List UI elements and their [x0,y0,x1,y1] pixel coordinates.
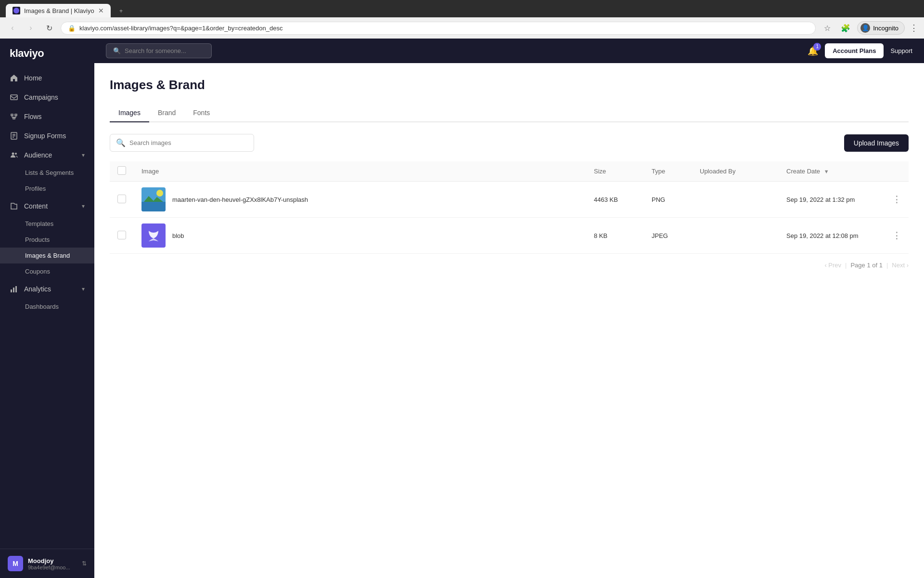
prev-page-btn[interactable]: ‹ Prev [824,262,841,269]
sidebar-logo: klaviyo [0,39,94,68]
row-size-cell: 4463 KB [586,182,644,218]
address-text: klaviyo.com/asset-library/images?q=&page… [79,25,282,32]
search-images-field[interactable] [129,139,248,146]
browser-nav: ‹ › ↻ 🔒 klaviyo.com/asset-library/images… [0,17,924,39]
image-thumb [141,223,166,248]
sidebar-item-analytics[interactable]: Analytics ▾ [0,279,94,299]
browser-tabs: Images & Brand | Klaviyo ✕ + [6,4,918,17]
row-checkbox-cell [110,182,134,218]
table-row: blob 8 KB JPEG Sep 19, 2022 at 12:08 pm … [110,218,909,254]
nav-forward-btn[interactable]: › [24,21,38,35]
table-body: maarten-van-den-heuvel-gZXx8lKAb7Y-unspl… [110,182,909,254]
user-avatar: M [8,556,23,571]
app: klaviyo Home Campaigns Flows [0,39,924,578]
sidebar-sub-item-label: Lists & Segments [25,169,74,176]
row-type-cell: PNG [644,182,692,218]
top-nav-actions: 🔔 1 Account Plans Support [808,43,912,58]
row-1-menu-btn[interactable]: ⋮ [892,195,901,204]
extensions-btn[interactable]: 🧩 [839,21,852,35]
user-name: Moodjoy [28,557,77,565]
tab-brand[interactable]: Brand [149,104,184,122]
col-header-date: Create Date ▼ [779,161,885,182]
col-header-checkbox [110,161,134,182]
sidebar-item-images-brand[interactable]: Images & Brand [0,248,94,263]
toolbar: 🔍 Upload Images [110,134,909,152]
tab-fonts[interactable]: Fonts [184,104,218,122]
content-icon [10,202,18,210]
sidebar-sub-item-label: Products [25,236,50,243]
user-info: Moodjoy 9ba4e9ef@moo... [28,557,77,570]
sidebar-item-products[interactable]: Products [0,232,94,248]
row-checkbox-cell [110,218,134,254]
sidebar-sub-item-label: Dashboards [25,303,59,310]
bookmark-btn[interactable]: ☆ [821,21,834,35]
row-2-menu-btn[interactable]: ⋮ [892,231,901,240]
tab-images[interactable]: Images [110,104,149,122]
global-search-placeholder: Search for someone... [125,47,186,54]
svg-point-15 [156,190,163,197]
signup-forms-icon [10,131,18,140]
sidebar-item-profiles[interactable]: Profiles [0,181,94,197]
upload-images-btn[interactable]: Upload Images [844,134,909,152]
sidebar-item-label: Flows [24,113,85,120]
sidebar-item-content[interactable]: Content ▾ [0,197,94,216]
sidebar-item-templates[interactable]: Templates [0,216,94,232]
table-row: maarten-van-den-heuvel-gZXx8lKAb7Y-unspl… [110,182,909,218]
account-plans-btn[interactable]: Account Plans [825,43,884,58]
table-header-row: Image Size Type Uploaded By Create Date [110,161,909,182]
nav-back-btn[interactable]: ‹ [6,21,19,35]
row-uploaded-cell [692,218,779,254]
notifications-btn[interactable]: 🔔 1 [808,46,818,56]
sidebar-item-audience[interactable]: Audience ▾ [0,145,94,165]
browser-menu-btn[interactable]: ⋮ [910,23,918,33]
sidebar-item-campaigns[interactable]: Campaigns [0,88,94,107]
sidebar-item-signup-forms[interactable]: Signup Forms [0,126,94,145]
svg-point-8 [15,153,17,155]
sidebar-footer[interactable]: M Moodjoy 9ba4e9ef@moo... ⇅ [0,549,94,578]
sidebar-item-dashboards[interactable]: Dashboards [0,299,94,315]
main-content: 🔍 Search for someone... 🔔 1 Account Plan… [94,39,924,578]
support-btn[interactable]: Support [890,47,912,54]
profile-label: Incognito [873,25,898,32]
top-nav: 🔍 Search for someone... 🔔 1 Account Plan… [94,39,924,63]
campaigns-icon [10,93,18,102]
svg-rect-9 [11,289,12,292]
audience-chevron: ▾ [82,152,85,158]
row-1-checkbox[interactable] [117,195,126,203]
address-bar[interactable]: 🔒 klaviyo.com/asset-library/images?q=&pa… [61,22,816,35]
row-image-cell: blob [134,218,586,254]
global-search[interactable]: 🔍 Search for someone... [106,43,212,58]
svg-point-7 [12,153,14,155]
next-page-btn[interactable]: Next › [892,262,909,269]
home-icon [10,74,18,82]
image-cell: blob [141,223,578,248]
sidebar-item-home[interactable]: Home [0,68,94,88]
row-date-cell: Sep 19, 2022 at 12:08 pm [779,218,885,254]
profile-btn[interactable]: 👤 Incognito [857,21,905,35]
tab-close-btn[interactable]: ✕ [98,7,104,14]
search-icon: 🔍 [113,47,121,54]
row-2-checkbox[interactable] [117,231,126,239]
analytics-chevron: ▾ [82,286,85,292]
sort-icon: ▼ [824,169,829,174]
tab-favicon [13,7,20,14]
sidebar-item-label: Content [24,202,76,210]
sidebar-item-lists-segments[interactable]: Lists & Segments [0,165,94,181]
svg-rect-1 [11,95,17,100]
image-name: blob [172,232,184,239]
sidebar-sub-item-label: Coupons [25,268,50,275]
user-email: 9ba4e9ef@moo... [28,565,77,570]
pagination: ‹ Prev | Page 1 of 1 | Next › [110,254,909,276]
sidebar-item-coupons[interactable]: Coupons [0,263,94,279]
search-images-input[interactable]: 🔍 [110,134,254,152]
nav-refresh-btn[interactable]: ↻ [42,21,56,35]
svg-rect-13 [141,202,166,211]
lock-icon: 🔒 [68,25,76,32]
select-all-checkbox[interactable] [117,166,126,175]
svg-point-0 [13,8,19,13]
sidebar-item-flows[interactable]: Flows [0,107,94,126]
browser-tab-active[interactable]: Images & Brand | Klaviyo ✕ [6,4,111,17]
col-header-type: Type [644,161,692,182]
new-tab-btn[interactable]: + [113,4,209,17]
svg-rect-11 [15,286,17,292]
